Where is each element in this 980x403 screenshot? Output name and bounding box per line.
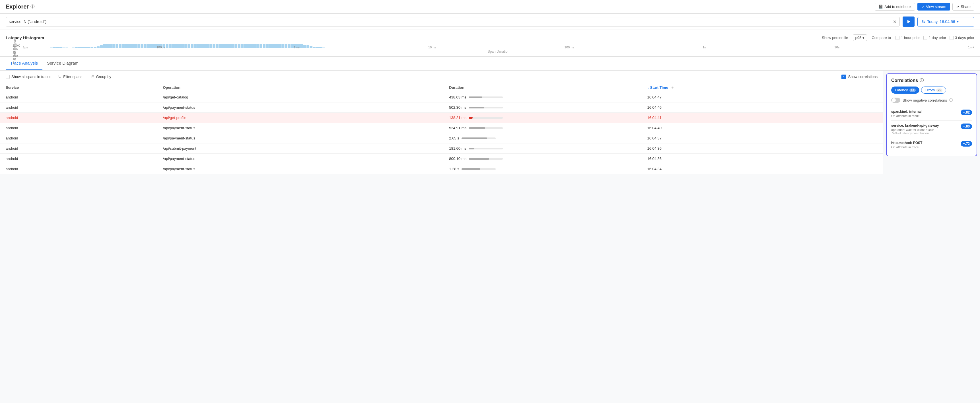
title-text: Explorer (6, 3, 29, 10)
table-header-row: Service Operation Duration ↓ Start Time … (0, 83, 883, 92)
clear-icon[interactable]: ✕ (893, 19, 897, 24)
add-to-notebook-button[interactable]: 📓 Add to notebook (875, 3, 915, 11)
correlations-title: Correlations ⓘ (891, 78, 972, 83)
percentile-select[interactable]: p95 ▾ (853, 34, 867, 41)
cell-service: android (0, 143, 157, 154)
col-operation[interactable]: Operation (157, 83, 443, 92)
checkbox-icon (6, 75, 10, 79)
histogram-chart-wrapper: Number of spans 100K 10K 1K 100 10 1 p95… (11, 44, 974, 54)
compare-to-label: Compare to (872, 35, 891, 40)
table-row[interactable]: android/api/submit-payment181.60 ms16:04… (0, 143, 883, 154)
x-labels: 1μs 100μs 1ms 10ms 100ms 1s 10s 1m+ (23, 46, 974, 49)
top-bar: Explorer ⓘ 📓 Add to notebook ↗ View stre… (0, 0, 980, 14)
share-icon: ↗ (956, 5, 959, 9)
cell-operation: /api/payment-status (157, 164, 443, 174)
cell-operation: /api/payment-status (157, 123, 443, 133)
time-label: Today, 16:04:56 (927, 19, 955, 24)
cell-operation: /api/payment-status (157, 154, 443, 164)
col-start-time[interactable]: ↓ Start Time + (641, 83, 883, 92)
add-column-button[interactable]: + (671, 85, 674, 90)
cell-start-time: 16:04:36 (641, 143, 883, 154)
compare-3days[interactable]: 3 days prior (950, 35, 974, 40)
info-icon[interactable]: ⓘ (920, 78, 924, 83)
cell-start-time: 16:04:41 (641, 113, 883, 123)
toggle-knob (892, 98, 896, 102)
table-row[interactable]: android/api/payment-status1.28 s16:04:34 (0, 164, 883, 174)
tabs-section: Trace Analysis Service Diagram (0, 57, 980, 70)
info-icon[interactable]: ⓘ (949, 98, 953, 103)
correlations-checkbox[interactable]: ✓ (842, 75, 846, 79)
cell-operation: /api/get-profile (157, 113, 443, 123)
percentile-value: p95 (855, 35, 862, 40)
search-bar: ✕ ↻ Today, 16:04:56 ▾ (0, 14, 980, 30)
cell-service: android (0, 123, 157, 133)
search-input[interactable] (9, 19, 893, 24)
tab-service-diagram[interactable]: Service Diagram (42, 57, 83, 70)
corr-tab-errors[interactable]: Errors 25 (921, 86, 947, 94)
cell-service: android (0, 102, 157, 113)
x-axis-label: Span Duration (23, 49, 974, 54)
show-correlations-label: Show correlations (848, 75, 878, 79)
cell-duration: 181.60 ms (443, 143, 641, 154)
refresh-icon: ↻ (922, 19, 925, 24)
info-icon[interactable]: ⓘ (30, 4, 35, 10)
share-button[interactable]: ↗ Share (952, 3, 974, 11)
data-table: Service Operation Duration ↓ Start Time … (0, 83, 883, 174)
col-duration[interactable]: Duration (443, 83, 641, 92)
corr-text-2: http.method: POST On attribute in trace (891, 141, 958, 149)
group-by-button[interactable]: ⊟ Group by (89, 73, 113, 80)
correlations-tabs: Latency 14 Errors 25 (891, 86, 972, 94)
time-picker-button[interactable]: ↻ Today, 16:04:56 ▾ (917, 17, 974, 27)
cell-service: android (0, 92, 157, 102)
corr-text-0: span.kind: internal On attribute in resu… (891, 110, 958, 118)
filter-spans-button[interactable]: ⛉ Filter spans (56, 73, 84, 80)
cell-start-time: 16:04:34 (641, 164, 883, 174)
cell-duration: 502.30 ms (443, 102, 641, 113)
table-row[interactable]: android/api/get-profile138.21 ms16:04:41 (0, 113, 883, 123)
table-row[interactable]: android/api/payment-status524.91 ms16:04… (0, 123, 883, 133)
notebook-icon: 📓 (878, 5, 883, 9)
tabs: Trace Analysis Service Diagram (6, 57, 974, 70)
cell-service: android (0, 154, 157, 164)
checkbox-icon (896, 36, 899, 40)
table-row[interactable]: android/api/payment-status2.65 s16:04:37 (0, 133, 883, 143)
table-row[interactable]: android/api/payment-status800.10 ms16:04… (0, 154, 883, 164)
histogram-chart: 100K 10K 1K 100 10 1 p95 1μs 100μs 1ms 1… (23, 44, 974, 54)
cell-operation: /api/get-catalog (157, 92, 443, 102)
search-wrapper: ✕ (6, 17, 900, 27)
group-icon: ⊟ (91, 75, 94, 79)
compare-1day[interactable]: 1 day prior (923, 35, 946, 40)
run-button[interactable] (903, 16, 915, 27)
cell-service: android (0, 133, 157, 143)
cell-operation: /api/payment-status (157, 102, 443, 113)
negative-label: Show negative correlations (903, 98, 947, 102)
chevron-down-icon: ▾ (957, 20, 959, 24)
cell-start-time: 16:04:36 (641, 154, 883, 164)
table-row[interactable]: android/api/payment-status502.30 ms16:04… (0, 102, 883, 113)
show-all-spans-checkbox[interactable]: Show all spans in traces (6, 75, 51, 79)
y-labels: 100K 10K 1K 100 10 1 (13, 44, 20, 48)
cell-start-time: 16:04:40 (641, 123, 883, 133)
histogram-section: Latency Histogram Show percentile p95 ▾ … (0, 30, 980, 57)
cell-operation: /api/submit-payment (157, 143, 443, 154)
histogram-controls: Show percentile p95 ▾ Compare to 1 hour … (822, 34, 974, 41)
cell-duration: 800.10 ms (443, 154, 641, 164)
cell-duration: 138.21 ms (443, 113, 641, 123)
compare-options: 1 hour prior 1 day prior 3 days prior (896, 35, 974, 40)
compare-1hour[interactable]: 1 hour prior (896, 35, 920, 40)
negative-correlations-toggle: Show negative correlations ⓘ (891, 98, 972, 103)
table-row[interactable]: android/api/get-catalog438.03 ms16:04:47 (0, 92, 883, 102)
show-correlations-wrap: ✓ Show correlations (842, 75, 878, 79)
toggle-switch[interactable] (891, 98, 900, 103)
tab-trace-analysis[interactable]: Trace Analysis (6, 57, 42, 70)
histogram-title: Latency Histogram (6, 35, 44, 40)
table-section: Show all spans in traces ⛉ Filter spans … (0, 70, 883, 174)
show-all-label: Show all spans in traces (11, 75, 51, 79)
checkbox-icon (923, 36, 928, 40)
view-stream-button[interactable]: ↗ View stream (917, 3, 950, 11)
main-content: Show all spans in traces ⛉ Filter spans … (0, 70, 980, 174)
col-service[interactable]: Service (0, 83, 157, 92)
checkbox-icon (950, 36, 953, 40)
corr-tab-latency[interactable]: Latency 14 (891, 86, 920, 94)
cell-operation: /api/payment-status (157, 133, 443, 143)
